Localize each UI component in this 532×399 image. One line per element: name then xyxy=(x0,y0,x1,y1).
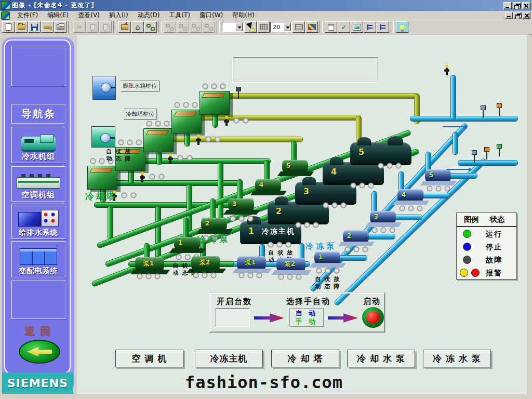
cooling-pump-4[interactable]: 4 xyxy=(255,179,281,192)
menu-insert[interactable]: 插入(I) xyxy=(104,10,133,20)
button-air-conditioner[interactable]: 空 调 机 xyxy=(115,350,183,367)
flow-arrow-icon xyxy=(328,312,358,324)
restore-icon[interactable] xyxy=(513,2,521,9)
cooling-pump-3[interactable]: 3 xyxy=(228,198,254,211)
save-button[interactable] xyxy=(28,21,41,33)
chilled-pump-1[interactable]: 1 xyxy=(314,251,340,264)
pipe xyxy=(218,163,223,220)
chilled-pump-5[interactable]: 5 xyxy=(425,169,451,182)
minimize-icon[interactable] xyxy=(503,2,512,9)
chiller-4[interactable]: 4 xyxy=(323,162,384,183)
sidebar-item-chiller-units[interactable]: 冷水机组 xyxy=(11,127,65,163)
chiller-2[interactable]: 2 xyxy=(268,202,329,222)
menu-dynamic[interactable]: 动态(D) xyxy=(133,10,165,20)
bottom-pump-blue-1[interactable]: 泵1 xyxy=(237,256,266,270)
grid-toggle-button[interactable] xyxy=(257,21,270,33)
pipe xyxy=(291,141,296,162)
chiller-3[interactable]: 3 xyxy=(295,182,356,203)
new-file-button[interactable] xyxy=(2,21,15,33)
object-combo[interactable] xyxy=(222,22,244,32)
structure-button[interactable] xyxy=(377,21,389,33)
document-icon[interactable] xyxy=(2,12,9,19)
cooling-tower-4[interactable] xyxy=(171,110,202,134)
menu-edit[interactable]: 编辑(E) xyxy=(43,10,73,20)
button-chiller[interactable]: 冷冻主机 xyxy=(195,350,263,367)
child-close-icon[interactable] xyxy=(523,12,530,19)
copy-button[interactable] xyxy=(86,21,99,33)
menu-window[interactable]: 窗口(W) xyxy=(195,10,228,20)
open-window-button[interactable] xyxy=(118,21,131,33)
menu-help[interactable]: 帮助(H) xyxy=(228,10,259,20)
link-button-2[interactable] xyxy=(164,21,176,33)
hint-button[interactable] xyxy=(396,21,408,33)
start-button[interactable] xyxy=(362,307,384,328)
back-button[interactable] xyxy=(19,340,60,364)
sidebar-item-water-system[interactable]: 给排水系统 xyxy=(11,204,65,239)
menu-view[interactable]: 查看(V) xyxy=(73,10,104,20)
validate-button[interactable]: ✓ xyxy=(338,21,350,33)
child-minimize-icon[interactable] xyxy=(505,12,513,19)
chain-link-icon xyxy=(166,24,174,31)
toolbar-separator xyxy=(391,21,394,33)
chilled-pump-3[interactable]: 3 xyxy=(370,211,396,223)
sidebar-item-power-system[interactable]: 变配电系统 xyxy=(11,241,65,277)
button-chilled-water-pump[interactable]: 冷 冻 水 泵 xyxy=(423,350,491,367)
paint-button[interactable] xyxy=(305,21,318,33)
cut-button[interactable]: ✂ xyxy=(73,21,86,33)
cooling-tower-3[interactable] xyxy=(143,128,174,152)
manual-option[interactable]: 手 动 xyxy=(290,318,323,326)
zoom-combo[interactable]: 20 xyxy=(270,22,292,32)
child-restore-icon[interactable] xyxy=(514,12,522,19)
expansion-tank-level-swatch[interactable] xyxy=(92,76,116,100)
image-library-button[interactable] xyxy=(351,21,363,33)
status-dots xyxy=(205,136,221,143)
snap-grid-button[interactable] xyxy=(292,21,305,33)
cooling-tower-5[interactable] xyxy=(200,91,230,115)
bottom-pump-green-2[interactable]: 泵2 xyxy=(191,256,220,270)
status-dots xyxy=(238,272,263,279)
chilled-pump-2[interactable]: 2 xyxy=(343,230,369,243)
link-button-5[interactable] xyxy=(203,21,215,33)
legend-row-alarm: 报警 xyxy=(457,268,516,279)
link-button-1[interactable] xyxy=(144,21,157,33)
pipe xyxy=(453,132,458,154)
bottom-pump-blue-2[interactable]: 泵2 xyxy=(276,258,305,271)
valve-icon xyxy=(139,172,145,182)
auto-option[interactable]: 自 动 xyxy=(290,310,323,317)
cooling-pump-5[interactable]: 5 xyxy=(282,160,308,172)
link-button-3[interactable] xyxy=(177,21,189,33)
chevron-down-icon[interactable] xyxy=(284,23,291,31)
unit-count-input[interactable] xyxy=(216,308,250,327)
home-button[interactable]: ⌂ xyxy=(131,21,144,33)
auto-manual-selector[interactable]: 自 动 手 动 xyxy=(289,308,324,327)
close-icon[interactable] xyxy=(522,2,530,9)
button-cooling-water-pump[interactable]: 冷 却 水 泵 xyxy=(347,350,415,367)
open-file-button[interactable] xyxy=(15,21,28,33)
chiller-5[interactable]: 5 xyxy=(350,142,411,163)
link-button-4[interactable] xyxy=(190,21,202,33)
select-tool-button[interactable] xyxy=(244,21,257,33)
cooling-tower-1[interactable] xyxy=(87,166,117,190)
chilled-pump-4[interactable]: 4 xyxy=(397,189,423,202)
pipe xyxy=(171,137,302,142)
sensor-post xyxy=(481,105,486,118)
menu-tools[interactable]: 工具(T) xyxy=(164,10,195,20)
diagram-title-box[interactable] xyxy=(232,57,378,83)
tree-view-button[interactable] xyxy=(364,21,376,33)
menu-file[interactable]: 文件(F) xyxy=(12,10,43,20)
button-cooling-tower[interactable]: 冷 却 塔 xyxy=(271,350,339,367)
properties-button[interactable] xyxy=(325,21,337,33)
paste-button[interactable] xyxy=(99,21,112,33)
sidebar-item-ahu[interactable]: 空调机组 xyxy=(11,166,65,202)
status-dots xyxy=(315,267,340,274)
cooling-pump-2[interactable]: 2 xyxy=(201,218,227,230)
cooling-tower-level-swatch[interactable] xyxy=(91,126,115,148)
key-button[interactable] xyxy=(41,21,54,33)
bottom-pump-green-1[interactable]: 泵1 xyxy=(135,257,164,271)
check-icon: ✓ xyxy=(341,23,347,31)
cooling-pump-1[interactable]: 1 xyxy=(174,237,200,249)
chiller-1[interactable]: 1 冷冻主机 xyxy=(240,221,301,242)
print-button[interactable] xyxy=(54,21,66,33)
status-dots xyxy=(350,182,375,189)
chevron-down-icon[interactable] xyxy=(235,23,243,31)
